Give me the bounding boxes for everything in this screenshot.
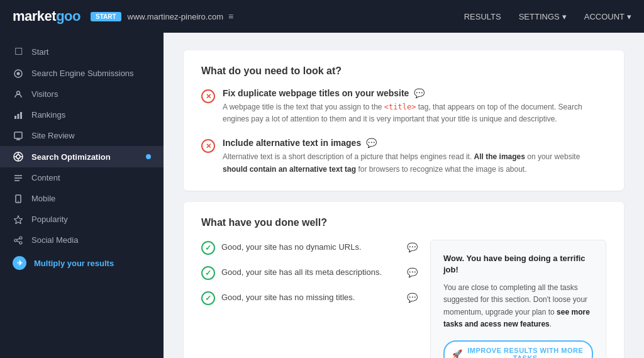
app-header: marketgoo Start www.martinez-pineiro.com…	[0, 0, 644, 33]
issue-item-alt-text: Include alternative text in images 💬 Alt…	[201, 138, 606, 175]
issue-item-duplicate-titles: Fix duplicate webpage titles on your web…	[201, 88, 606, 125]
issue-desc-before-1: A webpage title is the text that you ass…	[223, 103, 384, 111]
issue-error-icon-2	[201, 139, 215, 153]
sidebar-item-search-engine-submissions[interactable]: Search Engine Submissions	[0, 63, 164, 84]
success-icon-1	[201, 266, 215, 280]
sidebar-label-search-optimization: Search Optimization	[31, 152, 111, 162]
sidebar-label-social-media: Social Media	[31, 235, 78, 245]
svg-line-22	[17, 238, 19, 240]
sidebar-label-site-review: Site Review	[31, 131, 75, 140]
well-done-item-2: Good, your site has no missing titles. 💬	[201, 290, 418, 305]
promo-desc: You are close to completing all the task…	[443, 282, 593, 330]
done-well-title: What have you done well?	[201, 217, 606, 228]
sidebar-label-popularity: Popularity	[31, 215, 68, 224]
issue-title-1: Fix duplicate webpage titles on your web…	[223, 88, 409, 98]
sidebar-item-mobile[interactable]: Mobile	[0, 188, 164, 209]
svg-marker-18	[14, 216, 23, 224]
comment-icon-well-0[interactable]: 💬	[407, 242, 418, 252]
well-done-item-1: Good, your site has all its meta descrip…	[201, 265, 418, 280]
sidebar-item-popularity[interactable]: Popularity	[0, 209, 164, 230]
svg-point-21	[19, 242, 22, 244]
sidebar-label-rankings: Rankings	[31, 110, 65, 120]
well-done-text-0: Good, your site has no dynamic URLs.	[221, 242, 401, 252]
promo-title: Wow. You have being doing a terrific job…	[443, 253, 593, 276]
logo: marketgoo	[13, 8, 80, 25]
domain-text: www.martinez-pineiro.com	[128, 12, 223, 21]
sidebar-label-mobile: Mobile	[31, 194, 55, 203]
sidebar-item-content[interactable]: Content	[0, 167, 164, 188]
content-icon	[13, 174, 24, 182]
search-optimization-icon	[13, 152, 24, 162]
rankings-icon	[13, 111, 24, 120]
svg-rect-5	[20, 112, 22, 119]
sidebar-item-visitors[interactable]: Visitors	[0, 84, 164, 104]
comment-icon-well-1[interactable]: 💬	[407, 267, 418, 277]
sidebar-label-search-engine-submissions: Search Engine Submissions	[31, 69, 134, 78]
rocket-icon: 🚀	[452, 349, 463, 358]
sidebar-item-site-review[interactable]: Site Review	[0, 125, 164, 146]
comment-icon-well-2[interactable]: 💬	[407, 293, 418, 303]
header-nav: RESULTS SETTINGS ▾ ACCOUNT ▾	[464, 12, 631, 21]
svg-point-20	[14, 239, 17, 242]
issue-content-2: Include alternative text in images 💬 Alt…	[223, 138, 606, 175]
visitors-icon	[13, 90, 24, 99]
svg-line-23	[17, 241, 19, 242]
sidebar-item-social-media[interactable]: Social Media	[0, 230, 164, 250]
svg-rect-6	[14, 132, 22, 138]
sidebar-item-search-optimization[interactable]: Search Optimization	[0, 146, 164, 167]
sidebar-label-content: Content	[31, 173, 60, 182]
sidebar-label-visitors: Visitors	[31, 89, 58, 99]
issue-content-1: Fix duplicate webpage titles on your web…	[223, 88, 606, 125]
code-tag-1: <title>	[384, 103, 416, 111]
main-content: What do you need to look at? Fix duplica…	[164, 33, 644, 358]
svg-point-8	[16, 155, 20, 159]
svg-point-1	[17, 72, 20, 75]
well-done-grid: Good, your site has no dynamic URLs. 💬 G…	[201, 240, 606, 358]
active-indicator	[146, 154, 151, 159]
issue-desc-1: A webpage title is the text that you ass…	[223, 101, 606, 125]
well-done-text-2: Good, your site has no missing titles.	[221, 293, 401, 302]
well-done-text-1: Good, your site has all its meta descrip…	[221, 267, 401, 277]
sidebar-label-multiply: Multiply your results	[34, 259, 114, 268]
success-icon-0	[201, 241, 215, 255]
success-icon-2	[201, 291, 215, 305]
well-done-list: Good, your site has no dynamic URLs. 💬 G…	[201, 240, 418, 358]
issues-card: What do you need to look at? Fix duplica…	[184, 50, 624, 191]
look-at-title: What do you need to look at?	[201, 65, 606, 77]
promo-button-label: IMPROVE RESULTS WITH MORE TASKS	[467, 347, 585, 358]
nav-results[interactable]: RESULTS	[464, 12, 501, 21]
sidebar-item-multiply[interactable]: ✈ Multiply your results	[0, 250, 164, 276]
svg-point-19	[19, 237, 22, 239]
svg-rect-4	[18, 114, 19, 119]
issue-header-2: Include alternative text in images 💬	[223, 138, 606, 148]
issue-title-2: Include alternative text in images	[223, 138, 361, 148]
start-badge: Start	[91, 12, 121, 21]
sidebar: ☐ Start Search Engine Submissions Visito…	[0, 33, 164, 358]
body-wrapper: ☐ Start Search Engine Submissions Visito…	[0, 33, 644, 358]
comment-icon-1[interactable]: 💬	[414, 88, 425, 98]
sidebar-item-rankings[interactable]: Rankings	[0, 104, 164, 125]
promo-box: Wow. You have being doing a terrific job…	[430, 240, 606, 358]
multiply-icon: ✈	[13, 256, 26, 270]
well-done-card: What have you done well? Good, your site…	[184, 202, 624, 358]
issue-desc-2: Alternative text is a short description …	[223, 151, 606, 175]
domain-menu-icon[interactable]: ≡	[228, 11, 233, 21]
site-review-icon	[13, 131, 24, 140]
nav-account[interactable]: ACCOUNT ▾	[584, 12, 631, 21]
sidebar-label-start: Start	[31, 47, 48, 57]
svg-rect-3	[14, 116, 16, 119]
mobile-icon	[13, 194, 24, 203]
improve-results-button[interactable]: 🚀 IMPROVE RESULTS WITH MORE TASKS	[443, 340, 593, 358]
start-icon: ☐	[13, 46, 24, 57]
svg-point-17	[18, 201, 19, 202]
social-media-icon	[13, 236, 24, 245]
comment-icon-2[interactable]: 💬	[366, 138, 377, 148]
well-done-item-0: Good, your site has no dynamic URLs. 💬	[201, 240, 418, 255]
sidebar-item-start[interactable]: ☐ Start	[0, 40, 164, 63]
issue-header-1: Fix duplicate webpage titles on your web…	[223, 88, 606, 98]
popularity-icon	[13, 215, 24, 224]
issue-error-icon-1	[201, 89, 215, 103]
nav-settings[interactable]: SETTINGS ▾	[519, 12, 567, 21]
search-engine-icon	[13, 69, 24, 78]
